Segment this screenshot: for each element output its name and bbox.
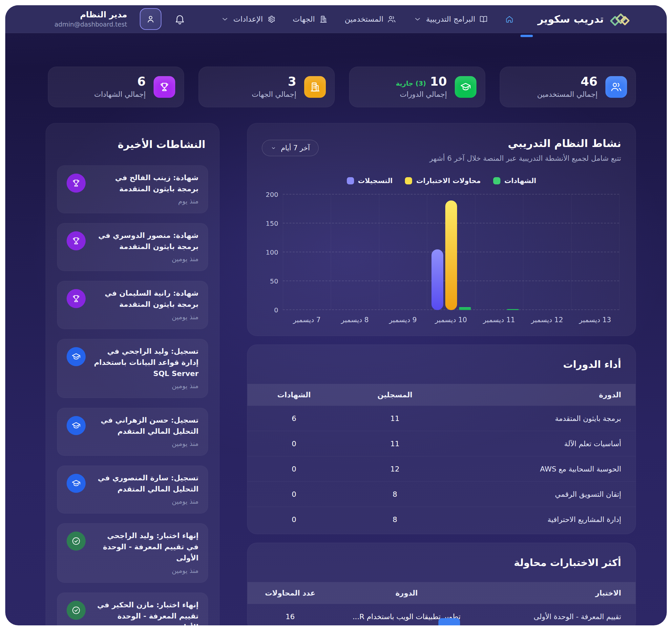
column-header: الدورة	[333, 589, 480, 597]
trophy-icon	[67, 231, 86, 250]
date-range-select[interactable]: آخر 7 أيام	[262, 140, 319, 156]
bell-icon	[174, 13, 186, 25]
check-circle-icon	[67, 532, 86, 551]
stat-value: 6	[137, 75, 146, 88]
notifications-button[interactable]	[174, 13, 186, 25]
activity-title: إنهاء اختبار: وليد الراجحي في تقييم المع…	[94, 530, 198, 564]
table-row: الحوسبة السحابية مع AWS120	[247, 456, 635, 481]
activity-title: إنهاء اختبار: مازن الحكير في تقييم المعر…	[94, 600, 198, 626]
table-body: برمجة بايثون المتقدمة116أساسيات تعلم الآ…	[247, 406, 635, 532]
table-cell: الحوسبة السحابية مع AWS	[449, 465, 635, 473]
activity-time: منذ يومين	[94, 255, 198, 263]
table-title: أكثر الاختبارات محاولة	[247, 557, 635, 568]
activity-title: تسجيل: وليد الراجحي في إدارة قواعد البيا…	[94, 346, 198, 379]
activity-item: شهادة: زينب الفالح في برمجة بايثون المتق…	[57, 165, 208, 213]
table-cell: 0	[247, 465, 341, 473]
nav-item-programs[interactable]: البرامج التدريبية	[413, 15, 488, 24]
table-row: برمجة بايثون المتقدمة116	[247, 406, 635, 431]
app-window: تدريب سكوير البرامج التدريبية	[5, 5, 667, 625]
user-email: admin@dashboard.test	[54, 21, 127, 28]
x-axis-label: 12 ديسمبر	[523, 316, 571, 324]
activity-item: شهادة: رانية السليمان في برمجة بايثون ال…	[57, 281, 208, 329]
legend-item[interactable]: محاولات الاختبارات	[405, 177, 481, 185]
table-header: الدورة المسجلين الشهادات	[247, 384, 635, 406]
check-circle-icon	[67, 601, 86, 620]
stat-text: 46 إجمالي المستخدمين	[537, 75, 598, 98]
x-axis-label: 11 ديسمبر	[475, 316, 523, 324]
activity-text: إنهاء اختبار: مازن الحكير في تقييم المعر…	[94, 600, 198, 626]
activity-text: تسجيل: وليد الراجحي في إدارة قواعد البيا…	[94, 346, 198, 390]
legend-item[interactable]: التسجيلات	[347, 177, 393, 185]
table-cell: 11	[341, 414, 449, 422]
stat-card-users: 46 إجمالي المستخدمين	[500, 67, 636, 107]
activity-text: شهادة: منصور الدوسري في برمجة بايثون الم…	[94, 230, 198, 263]
legend-label: محاولات الاختبارات	[416, 177, 481, 185]
activity-text: تسجيل: سارة المنصوري في التحليل المالي ا…	[94, 473, 198, 505]
legend-swatch	[493, 177, 500, 185]
person-icon	[146, 14, 155, 24]
main-nav: البرامج التدريبية المستخدمين الجهات	[220, 15, 514, 24]
date-range-value: آخر 7 أيام	[281, 144, 310, 152]
navbar-left: مدير النظام admin@dashboard.test	[54, 8, 186, 30]
gridline	[283, 195, 283, 310]
stat-value: 10	[430, 75, 447, 88]
x-axis-label: 10 ديسمبر	[427, 316, 475, 324]
activity-text: شهادة: رانية السليمان في برمجة بايثون ال…	[94, 288, 198, 320]
table-cell: أساسيات تعلم الآلة	[449, 440, 635, 448]
brand-name: تدريب سكوير	[537, 13, 604, 25]
activity-title: شهادة: منصور الدوسري في برمجة بايثون الم…	[94, 230, 198, 252]
table-cell: 8	[341, 515, 449, 524]
activity-text: شهادة: زينب الفالح في برمجة بايثون المتق…	[94, 172, 198, 205]
table-header: الاختبار الدورة عدد المحاولات	[247, 582, 635, 604]
legend-label: الشهادات	[504, 177, 536, 185]
partially-visible-bottom-element	[438, 618, 460, 625]
table-cell: تقييم المعرفة - الوحدة الأولى	[480, 612, 635, 621]
y-axis-tick: 50	[263, 277, 278, 285]
building-icon	[304, 76, 326, 98]
stat-card-certificates: 6 إجمالي الشهادات	[48, 67, 184, 107]
chart-legend: التسجيلاتمحاولات الاختباراتالشهادات	[262, 177, 621, 185]
gridline	[571, 195, 572, 310]
y-axis-tick: 200	[263, 191, 278, 198]
stat-text: 6 إجمالي الشهادات	[94, 75, 146, 98]
navbar-right: تدريب سكوير البرامج التدريبية	[220, 10, 630, 28]
activity-time: منذ يومين	[94, 382, 198, 390]
table-title: أداء الدورات	[247, 359, 635, 370]
user-avatar[interactable]	[140, 8, 162, 30]
stat-card-organizations: 3 إجمالي الجهات	[198, 67, 335, 107]
gridline	[331, 195, 331, 310]
nav-item-settings[interactable]: الإعدادات	[220, 15, 275, 24]
trophy-icon	[67, 174, 86, 193]
table-cell: 6	[247, 414, 341, 422]
building-icon	[319, 15, 328, 24]
dashboard-page: 46 إجمالي المستخدمين 10 (3) جارية إجمالي…	[5, 67, 667, 625]
activity-title: شهادة: زينب الفالح في برمجة بايثون المتق…	[94, 172, 198, 195]
nav-item-label: الإعدادات	[233, 15, 263, 23]
table-cell: 12	[341, 465, 449, 473]
activity-text: تسجيل: حسن الزهراني في التحليل المالي ال…	[94, 415, 198, 448]
table-row: إدارة المشاريع الاحترافية80	[247, 507, 635, 532]
stat-label: إجمالي الشهادات	[94, 90, 146, 98]
column-header: المسجلين	[341, 391, 449, 399]
activity-item: تسجيل: وليد الراجحي في إدارة قواعد البيا…	[57, 339, 208, 398]
stat-value: 3	[288, 75, 296, 88]
legend-item[interactable]: الشهادات	[493, 177, 536, 185]
main-column: نشاط النظام التدريبي تتبع شامل لجميع الأ…	[247, 123, 636, 625]
user-info: مدير النظام admin@dashboard.test	[54, 9, 127, 28]
nav-item-organizations[interactable]: الجهات	[293, 15, 328, 24]
activity-item: إنهاء اختبار: مازن الحكير في تقييم المعر…	[57, 593, 208, 626]
column-header: الاختبار	[480, 589, 635, 597]
x-axis-label: 9 ديسمبر	[379, 316, 427, 324]
users-icon	[605, 76, 627, 98]
graduation-cap-icon	[455, 76, 476, 98]
gridline	[619, 195, 620, 310]
chart-bar	[445, 200, 457, 310]
nav-item-users[interactable]: المستخدمين	[345, 15, 397, 24]
chart-bar	[507, 309, 519, 310]
brand-logo[interactable]: تدريب سكوير	[537, 10, 630, 28]
table-cell: 8	[341, 490, 449, 499]
activity-time: منذ يومين	[94, 440, 198, 448]
stat-label: إجمالي الدورات	[396, 90, 447, 98]
nav-item-home[interactable]	[505, 15, 514, 24]
trophy-icon	[67, 289, 86, 308]
